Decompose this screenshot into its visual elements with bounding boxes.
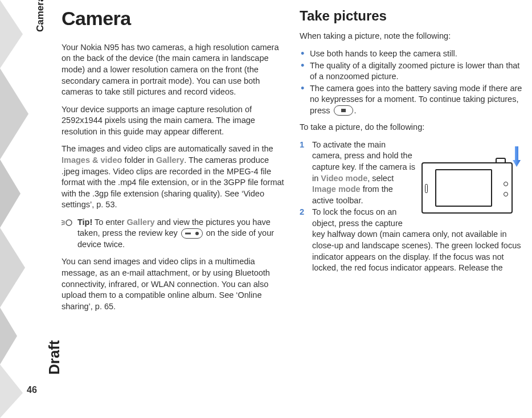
svg-marker-5	[0, 364, 23, 418]
ui-term: Video mode	[321, 174, 367, 183]
step-number: 1	[300, 140, 304, 151]
numbered-steps: 1	[300, 140, 523, 274]
svg-line-7	[62, 220, 65, 222]
ui-term: Gallery	[156, 155, 184, 165]
tip-label: Tip!	[77, 218, 92, 227]
page-title: Camera	[62, 6, 285, 32]
capture-key-icon	[334, 105, 353, 116]
section-tab: Camera	[34, 0, 47, 32]
svg-marker-4	[0, 308, 17, 364]
text: The images and video clips are automatic…	[62, 144, 273, 153]
tip-block: Tip! To enter Gallery and view the pictu…	[62, 217, 285, 251]
paragraph: To take a picture, do the following:	[300, 122, 523, 133]
draft-watermark: Draft	[44, 340, 64, 375]
text: To enter	[92, 218, 126, 227]
paragraph: Your Nokia N95 has two cameras, a high r…	[62, 42, 285, 98]
svg-marker-3	[0, 228, 25, 308]
svg-marker-0	[0, 0, 23, 68]
list-item: Use both hands to keep the camera still.	[300, 48, 523, 60]
step-item: 2 To lock the focus on an object, press …	[300, 207, 523, 273]
ui-term: Images & video	[62, 155, 122, 165]
phone-body	[421, 162, 513, 214]
step-item: 1	[300, 140, 523, 206]
left-decoration	[0, 0, 46, 418]
step-number: 2	[300, 207, 304, 218]
svg-marker-1	[0, 68, 28, 159]
text: , select	[367, 174, 394, 183]
text: .	[354, 106, 357, 115]
arrow-icon	[513, 146, 521, 167]
page-content: Camera Your Nokia N95 has two cameras, a…	[62, 6, 523, 318]
paragraph: The images and video clips are automatic…	[62, 144, 285, 210]
list-item: The quality of a digitally zoomed pictur…	[300, 60, 523, 83]
text: folder in	[122, 155, 156, 165]
ui-term: Gallery	[127, 218, 155, 227]
svg-marker-10	[513, 146, 521, 167]
section-heading: Take pictures	[300, 7, 523, 25]
text: To lock the focus on an object, press th…	[312, 207, 521, 272]
paragraph: Your device supports an image capture re…	[62, 104, 285, 138]
paragraph: You can send images and video clips in a…	[62, 256, 285, 312]
review-key-icon	[181, 228, 203, 239]
lightbulb-icon	[62, 218, 73, 227]
bullet-list: Use both hands to keep the camera still.…	[300, 48, 523, 116]
svg-point-6	[66, 220, 72, 226]
list-item: The camera goes into the battery saving …	[300, 83, 523, 117]
page-number: 46	[27, 384, 37, 396]
left-column: Camera Your Nokia N95 has two cameras, a…	[62, 6, 285, 318]
svg-line-9	[62, 224, 65, 225]
right-column: Take pictures When taking a picture, not…	[300, 6, 523, 318]
ui-term: Image mode	[312, 185, 361, 194]
paragraph: When taking a picture, note the followin…	[300, 31, 523, 42]
svg-marker-2	[0, 159, 21, 228]
